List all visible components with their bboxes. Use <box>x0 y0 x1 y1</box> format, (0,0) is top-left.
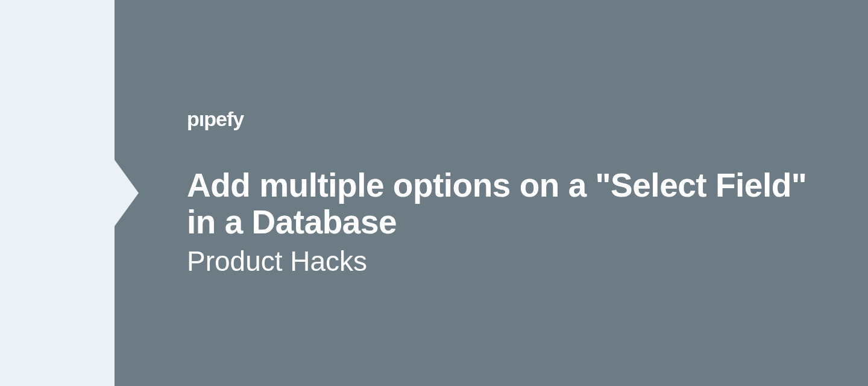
main-panel: pıpefy Add multiple options on a "Select… <box>115 0 868 386</box>
pipefy-logo-icon: pıpefy <box>187 108 270 132</box>
pipefy-logo: pıpefy <box>187 108 832 132</box>
svg-text:pıpefy: pıpefy <box>187 108 244 130</box>
card-title: Add multiple options on a "Select Field"… <box>187 167 832 241</box>
card-subtitle: Product Hacks <box>187 245 832 278</box>
arrow-notch-icon <box>115 160 139 226</box>
sidebar-accent <box>0 0 115 386</box>
card-container: pıpefy Add multiple options on a "Select… <box>0 0 868 386</box>
